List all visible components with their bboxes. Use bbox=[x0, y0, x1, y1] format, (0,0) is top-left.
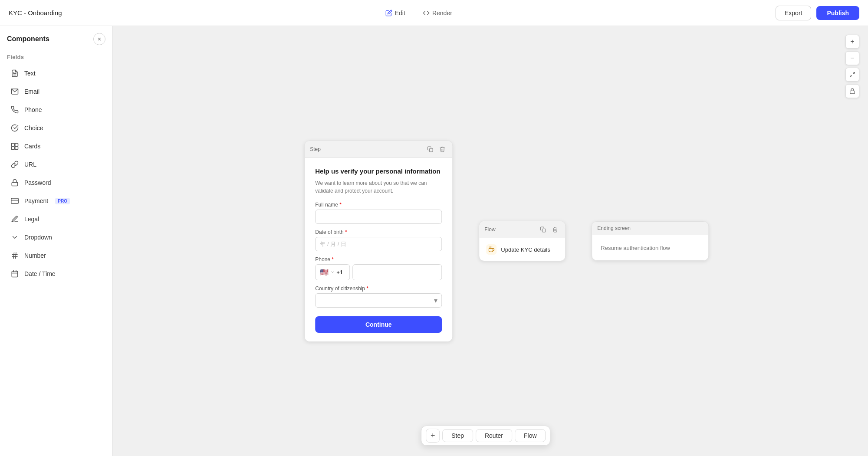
step-form-title: Help us verify your personal information bbox=[315, 167, 442, 176]
svg-rect-7 bbox=[12, 182, 18, 186]
zoom-in-button[interactable]: + bbox=[845, 35, 859, 49]
email-label: Email bbox=[24, 88, 39, 95]
ending-text: Resume authentication flow bbox=[601, 245, 670, 251]
country-select[interactable] bbox=[315, 293, 442, 308]
close-sidebar-button[interactable]: × bbox=[93, 33, 105, 45]
svg-line-12 bbox=[13, 253, 14, 259]
sidebar-item-payment[interactable]: Payment PRO bbox=[5, 192, 107, 210]
export-button[interactable]: Export bbox=[776, 6, 811, 20]
phone-required: * bbox=[332, 256, 334, 262]
sidebar-item-url[interactable]: URL bbox=[5, 156, 107, 173]
zoom-in-icon: + bbox=[850, 38, 854, 46]
add-flow-button[interactable]: Flow bbox=[515, 429, 546, 442]
dob-field: Date of birth * bbox=[315, 229, 442, 251]
tab-render[interactable]: Render bbox=[416, 7, 459, 20]
number-label: Number bbox=[24, 252, 46, 259]
datetime-label: Date / Time bbox=[24, 270, 56, 277]
flow-delete-icon[interactable] bbox=[550, 225, 560, 234]
sidebar-item-number[interactable]: Number bbox=[5, 247, 107, 264]
add-icon: + bbox=[431, 431, 435, 440]
header-actions: Export Publish bbox=[776, 6, 859, 20]
text-icon bbox=[10, 69, 19, 78]
step-node-actions bbox=[425, 144, 447, 154]
dob-input[interactable] bbox=[315, 237, 442, 251]
email-icon bbox=[10, 87, 19, 96]
sidebar-item-text[interactable]: Text bbox=[5, 65, 107, 82]
phone-icon bbox=[10, 105, 19, 114]
password-label: Password bbox=[24, 179, 51, 186]
number-icon bbox=[10, 251, 19, 260]
svg-rect-6 bbox=[15, 147, 18, 150]
add-step-button[interactable]: Step bbox=[442, 429, 473, 442]
fullname-required: * bbox=[339, 202, 342, 208]
cards-icon bbox=[10, 142, 19, 151]
step-copy-icon[interactable] bbox=[425, 144, 435, 154]
app-title: KYC - Onboarding bbox=[9, 9, 62, 16]
fullscreen-button[interactable] bbox=[845, 68, 859, 82]
sidebar-item-cards[interactable]: Cards bbox=[5, 138, 107, 155]
phone-number-input[interactable] bbox=[352, 264, 442, 280]
flow-node-actions bbox=[538, 225, 560, 234]
tab-edit[interactable]: Edit bbox=[378, 7, 412, 20]
choice-icon bbox=[10, 124, 19, 132]
app-header: KYC - Onboarding Edit Render Export Publ… bbox=[0, 0, 868, 26]
edit-tab-label: Edit bbox=[395, 10, 405, 16]
publish-button[interactable]: Publish bbox=[816, 6, 859, 20]
dropdown-icon bbox=[10, 233, 19, 242]
add-router-button[interactable]: Router bbox=[476, 429, 512, 442]
render-icon bbox=[423, 10, 430, 16]
step-node-title: Step bbox=[310, 146, 321, 152]
lock-icon bbox=[849, 88, 855, 94]
sidebar-header: Components × bbox=[5, 33, 107, 45]
components-sidebar: Components × Fields Text Email Phone Cho… bbox=[0, 26, 113, 456]
step-delete-icon[interactable] bbox=[437, 144, 447, 154]
country-chevron-icon bbox=[330, 270, 335, 274]
payment-label: Payment bbox=[24, 197, 48, 204]
sidebar-item-phone[interactable]: Phone bbox=[5, 101, 107, 118]
fullname-input[interactable] bbox=[315, 210, 442, 224]
country-field: Country of citizenship * bbox=[315, 285, 442, 308]
lock-button[interactable] bbox=[845, 84, 859, 98]
sidebar-item-email[interactable]: Email bbox=[5, 83, 107, 100]
fullscreen-icon bbox=[849, 72, 855, 78]
flow-copy-icon[interactable] bbox=[538, 225, 548, 234]
zoom-out-icon: − bbox=[850, 54, 854, 62]
phone-country-selector[interactable]: 🇺🇸 +1 bbox=[315, 264, 350, 280]
sidebar-item-password[interactable]: Password bbox=[5, 174, 107, 191]
ending-node[interactable]: Ending screen Resume authentication flow bbox=[592, 221, 709, 261]
sidebar-title: Components bbox=[7, 35, 49, 43]
step-node-header: Step bbox=[305, 141, 452, 158]
dropdown-label: Dropdown bbox=[24, 234, 52, 241]
svg-line-13 bbox=[16, 253, 16, 259]
ending-node-body: Resume authentication flow bbox=[592, 235, 708, 260]
svg-rect-20 bbox=[430, 148, 433, 152]
sidebar-item-legal[interactable]: Legal bbox=[5, 210, 107, 228]
zoom-controls: + − bbox=[845, 35, 859, 98]
choice-label: Choice bbox=[24, 125, 43, 131]
svg-rect-4 bbox=[15, 143, 18, 146]
fullname-field: Full name * bbox=[315, 202, 442, 224]
step-node[interactable]: Step Help us verify your personal inform… bbox=[304, 141, 453, 342]
sidebar-item-datetime[interactable]: Date / Time bbox=[5, 265, 107, 282]
ending-node-title: Ending screen bbox=[597, 225, 631, 231]
dob-required: * bbox=[345, 229, 347, 235]
flow-node-title: Flow bbox=[484, 226, 495, 233]
continue-button[interactable]: Continue bbox=[315, 316, 442, 333]
sidebar-item-dropdown[interactable]: Dropdown bbox=[5, 229, 107, 246]
zoom-out-button[interactable]: − bbox=[845, 51, 859, 65]
svg-rect-27 bbox=[850, 91, 855, 93]
fields-section-label: Fields bbox=[5, 52, 107, 65]
sidebar-item-choice[interactable]: Choice bbox=[5, 119, 107, 137]
flow-item: Update KYC details bbox=[486, 244, 558, 255]
phone-label: Phone * bbox=[315, 256, 442, 262]
url-label: URL bbox=[24, 161, 36, 168]
edit-icon bbox=[385, 10, 392, 16]
flow-node[interactable]: Flow Update KY bbox=[479, 221, 566, 261]
cards-label: Cards bbox=[24, 143, 40, 150]
country-required: * bbox=[366, 285, 368, 292]
phone-field: Phone * 🇺🇸 +1 bbox=[315, 256, 442, 280]
step-form: Help us verify your personal information… bbox=[305, 158, 452, 341]
dob-label: Date of birth * bbox=[315, 229, 442, 235]
add-node-button[interactable]: + bbox=[426, 429, 440, 443]
flow-canvas[interactable]: Step Help us verify your personal inform… bbox=[113, 26, 868, 456]
